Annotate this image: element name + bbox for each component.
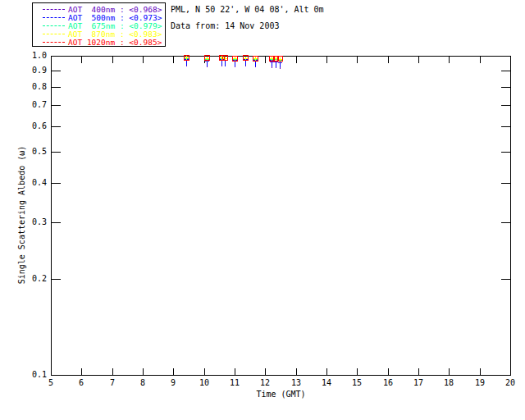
x-axis-tick-top [51,57,52,63]
data-date-text: Data from: 14 Nov 2003 [171,21,279,30]
x-tick-label: 10 [194,378,215,387]
y-axis-tick-right [501,152,510,153]
y-tick-label: 0.4 [21,178,47,188]
y-axis-tick-right [501,71,510,71]
x-axis-tick-top [326,57,327,63]
y-axis-tick [52,56,61,57]
legend-item-870nm: AOT 870nm : <0.983> [43,30,165,38]
x-axis-tick [326,368,327,375]
y-axis-tick-right [501,183,510,184]
x-axis-tick [449,368,450,375]
y-axis-tick [52,87,61,88]
x-tick-label: 9 [162,378,184,387]
y-axis-tick-right [501,279,510,280]
y-tick-label: 1.0 [21,51,47,61]
x-tick-label: 13 [285,378,307,387]
y-tick-label: 0.1 [21,370,47,380]
x-axis-tick [173,368,174,375]
y-axis-tick [52,152,61,153]
x-tick-label: 6 [71,378,92,387]
ssa-plot-screen: AOT 400nm : <0.968> AOT 500nm : <0.973> … [0,0,525,420]
data-point-marker [253,56,258,62]
x-axis-tick [418,368,419,375]
y-axis-title: Single Scattering Albedo (ω) [17,146,26,285]
x-axis-tick [81,368,82,375]
y-tick-label: 0.2 [21,274,47,284]
data-point-marker [184,55,189,61]
x-tick-label: 17 [408,378,429,387]
legend-dash-icon [43,17,65,18]
y-tick-label: 0.9 [21,66,47,75]
y-axis-tick [52,375,61,376]
y-axis-tick [52,222,61,223]
y-axis-tick [52,183,61,184]
x-axis-tick-top [357,57,358,63]
data-point-marker [277,56,283,62]
y-tick-label: 0.3 [21,217,47,227]
x-tick-label: 8 [132,378,153,387]
x-tick-label: 16 [377,378,399,387]
legend-item-1020nm: AOT 1020nm : <0.985> [43,38,165,46]
x-axis-tick-top [418,57,419,63]
x-axis-tick [510,368,511,375]
y-tick-label: 0.8 [21,82,47,92]
y-axis-tick-right [501,126,510,127]
y-axis-tick [52,279,61,280]
y-tick-label: 0.6 [21,121,47,131]
x-axis-tick [51,368,52,375]
site-location-text: PML, N 50 22', W 04 08', Alt 0m [171,5,324,14]
x-axis-tick [480,368,481,375]
x-tick-label: 19 [469,378,491,387]
x-axis-tick-top [143,57,144,63]
data-point-marker [243,55,249,61]
y-axis-tick [52,71,61,71]
x-axis-tick-top [81,57,82,63]
x-tick-label: 20 [500,378,521,387]
x-axis-tick-top [296,57,297,63]
legend-box: AOT 400nm : <0.968> AOT 500nm : <0.973> … [32,2,166,47]
y-axis-tick-right [501,222,510,223]
x-axis-tick-top [112,57,113,63]
x-axis-tick [235,368,235,375]
y-tick-label: 0.5 [21,147,47,157]
x-axis-tick [143,368,144,375]
x-axis-tick-top [480,57,481,63]
x-axis-tick [112,368,113,375]
x-axis-tick [204,368,205,375]
legend-item-label: AOT 1020nm : <0.985> [68,38,162,47]
legend-item-400nm: AOT 400nm : <0.968> [43,5,165,13]
x-axis-tick-top [510,57,511,63]
x-axis-tick [357,368,358,375]
legend-dash-icon [43,34,65,34]
x-axis-tick-top [265,57,266,63]
y-axis-tick-right [501,375,510,376]
data-point-marker [232,56,238,62]
x-tick-label: 14 [316,378,337,387]
x-axis-tick-top [449,57,450,63]
plot-frame [51,56,511,376]
legend-dash-icon [43,42,65,43]
x-axis-tick [265,368,266,375]
y-axis-tick [52,126,61,127]
x-tick-label: 11 [224,378,245,387]
y-axis-tick [52,105,61,106]
data-point-marker [222,55,228,61]
legend-dash-icon [43,9,65,10]
legend-item-500nm: AOT 500nm : <0.973> [43,13,165,21]
x-tick-label: 18 [438,378,459,387]
x-tick-label: 15 [346,378,368,387]
y-tick-label: 0.7 [21,100,47,110]
data-point-marker [204,55,210,61]
x-axis-title: Time (GMT) [51,390,511,399]
x-tick-label: 7 [102,378,123,387]
legend-item-675nm: AOT 675nm : <0.979> [43,21,165,30]
x-axis-tick-top [173,57,174,63]
y-axis-tick-right [501,87,510,88]
x-axis-tick [388,368,389,375]
legend-dash-icon [43,25,65,26]
y-axis-tick-right [501,56,510,57]
y-axis-tick-right [501,105,510,106]
x-axis-tick [296,368,297,375]
x-axis-tick-top [388,57,389,63]
x-tick-label: 12 [254,378,276,387]
